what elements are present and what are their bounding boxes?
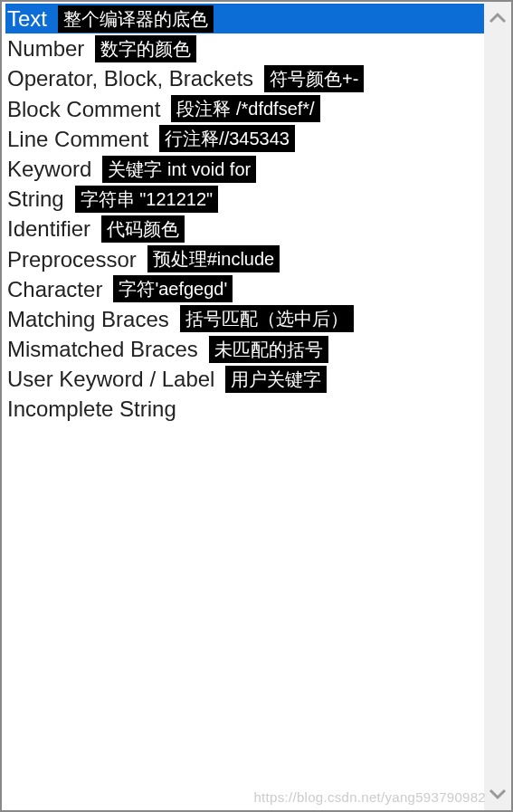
scroll-down-arrow[interactable] (488, 785, 508, 805)
list-item-annotation: 代码颜色 (101, 215, 185, 243)
list-item-annotation: 字符串 "121212" (75, 186, 219, 213)
list-item-label: Keyword (7, 155, 91, 183)
list-item-label: Number (7, 34, 84, 62)
list-item-label: Preprocessor (7, 245, 137, 273)
scroll-up-arrow[interactable] (488, 7, 508, 27)
list-item-annotation: 符号颜色+- (264, 65, 364, 92)
list-item[interactable]: User Keyword / Label用户关键字 (5, 364, 508, 394)
list-item-annotation: 数字的颜色 (95, 35, 196, 62)
list-item-label: Operator, Block, Brackets (7, 64, 253, 92)
list-item[interactable]: Matching Braces括号匹配（选中后） (5, 304, 508, 334)
list-item-annotation: 关键字 int void for (102, 156, 256, 183)
list-item-label: String (7, 185, 64, 213)
list-item[interactable]: Operator, Block, Brackets符号颜色+- (5, 63, 508, 93)
list-item-annotation: 预处理#include (147, 245, 280, 272)
list-item[interactable]: Identifier代码颜色 (5, 214, 508, 244)
list-item-annotation: 未匹配的括号 (209, 336, 328, 363)
list-item-annotation: 括号匹配（选中后） (180, 305, 354, 332)
list-item-label: Matching Braces (7, 305, 169, 333)
list-item-label: Text (7, 5, 47, 33)
list-item-label: Block Comment (7, 95, 160, 123)
list-item[interactable]: Incomplete String (5, 394, 508, 424)
watermark-text: https://blog.csdn.net/yang593790982 (253, 789, 486, 805)
list-item[interactable]: Block Comment段注释 /*dfdfsef*/ (5, 94, 508, 124)
list-item[interactable]: Keyword关键字 int void for (5, 154, 508, 184)
list-item-annotation: 段注释 /*dfdfsef*/ (171, 95, 319, 122)
list-item[interactable]: Mismatched Braces未匹配的括号 (5, 334, 508, 364)
list-item-label: Character (7, 275, 102, 303)
list-item[interactable]: Character字符'aefgegd' (5, 274, 508, 304)
list-item[interactable]: Number数字的颜色 (5, 33, 508, 63)
list-item-annotation: 字符'aefgegd' (113, 275, 233, 302)
list-item[interactable]: Text整个编译器的底色 (5, 4, 508, 33)
list-item-label: User Keyword / Label (7, 365, 214, 393)
list-item[interactable]: Line Comment行注释//345343 (5, 124, 508, 154)
vertical-scrollbar[interactable] (484, 2, 511, 810)
list-item[interactable]: String字符串 "121212" (5, 184, 508, 214)
list-item[interactable]: Preprocessor预处理#include (5, 244, 508, 274)
list-item-annotation: 用户关键字 (225, 366, 327, 393)
list-item-annotation: 行注释//345343 (159, 125, 295, 152)
list-item-label: Identifier (7, 215, 90, 243)
list-item-label: Line Comment (7, 125, 148, 153)
list-item-label: Incomplete String (7, 395, 176, 423)
listbox-container: Text整个编译器的底色Number数字的颜色Operator, Block, … (0, 0, 513, 812)
list-item-label: Mismatched Braces (7, 335, 198, 363)
list-item-annotation: 整个编译器的底色 (58, 5, 214, 33)
syntax-element-list: Text整个编译器的底色Number数字的颜色Operator, Block, … (2, 2, 511, 426)
